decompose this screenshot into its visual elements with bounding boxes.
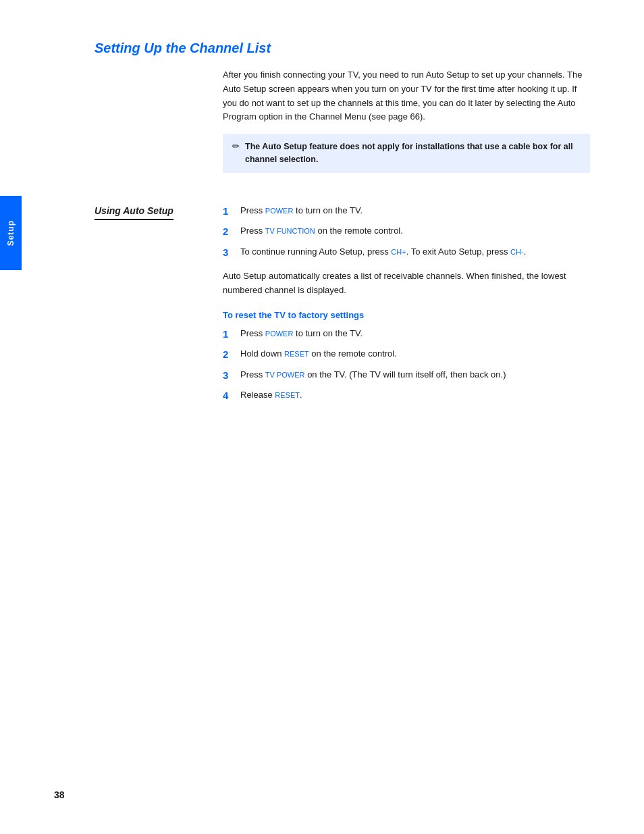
reset-step-1-number: 1	[223, 327, 234, 342]
auto-setup-steps: 1 Press POWER to turn on the TV. 2 Press…	[223, 204, 590, 261]
content-area: After you finish connecting your TV, you…	[95, 68, 590, 413]
keyword-tv-power: TV POWER	[265, 371, 305, 379]
reset-steps: 1 Press POWER to turn on the TV. 2 Hold …	[223, 327, 590, 404]
reset-step-3-number: 3	[223, 368, 234, 384]
left-column: Using Auto Setup	[95, 204, 223, 413]
reset-step-3: 3 Press TV POWER on the TV. (The TV will…	[223, 368, 590, 384]
step-3: 3 To continue running Auto Setup, press …	[223, 245, 590, 261]
using-auto-setup-section: Using Auto Setup 1 Press POWER to turn o…	[95, 204, 590, 413]
step-2-text: Press TV FUNCTION on the remote control.	[240, 224, 403, 238]
keyword-ch-minus: CH-	[510, 248, 524, 256]
keyword-ch-plus: CH+	[391, 248, 406, 256]
page-title: Setting Up the Channel List	[95, 41, 590, 56]
reset-step-2-number: 2	[223, 347, 234, 363]
step-3-number: 3	[223, 245, 234, 261]
keyword-reset-2: RESET	[275, 391, 300, 399]
reset-step-4: 4 Release RESET.	[223, 388, 590, 404]
reset-section: To reset the TV to factory settings 1 Pr…	[223, 310, 590, 404]
keyword-reset-1: RESET	[284, 350, 309, 358]
sidebar-tab: Setup	[0, 196, 22, 270]
reset-step-2: 2 Hold down RESET on the remote control.	[223, 347, 590, 363]
reset-step-3-text: Press TV POWER on the TV. (The TV will t…	[240, 368, 506, 382]
note-icon: ✏	[232, 141, 240, 151]
using-auto-setup-subtitle: Using Auto Setup	[95, 205, 173, 220]
reset-title: To reset the TV to factory settings	[223, 310, 590, 320]
keyword-power-1: POWER	[265, 207, 294, 215]
auto-setup-description: Auto Setup automatically creates a list …	[223, 269, 590, 298]
page-container: Setup 38 Setting Up the Channel List Aft…	[0, 0, 644, 834]
intro-section: After you finish connecting your TV, you…	[223, 68, 590, 173]
reset-step-1: 1 Press POWER to turn on the TV.	[223, 327, 590, 342]
step-2: 2 Press TV FUNCTION on the remote contro…	[223, 224, 590, 240]
keyword-tv-function: TV FUNCTION	[265, 227, 315, 235]
intro-paragraph: After you finish connecting your TV, you…	[223, 68, 590, 124]
step-1-text: Press POWER to turn on the TV.	[240, 204, 363, 218]
note-box: ✏ The Auto Setup feature does not apply …	[223, 134, 590, 173]
step-1: 1 Press POWER to turn on the TV.	[223, 204, 590, 219]
note-text: The Auto Setup feature does not apply fo…	[245, 140, 581, 166]
page-number: 38	[54, 789, 65, 800]
keyword-power-2: POWER	[265, 330, 294, 338]
step-1-number: 1	[223, 204, 234, 219]
right-column: 1 Press POWER to turn on the TV. 2 Press…	[223, 204, 590, 413]
step-2-number: 2	[223, 224, 234, 240]
step-3-text: To continue running Auto Setup, press CH…	[240, 245, 526, 259]
reset-step-4-number: 4	[223, 388, 234, 404]
reset-step-2-text: Hold down RESET on the remote control.	[240, 347, 397, 361]
reset-step-1-text: Press POWER to turn on the TV.	[240, 327, 363, 341]
sidebar-tab-label: Setup	[6, 220, 16, 246]
reset-step-4-text: Release RESET.	[240, 388, 302, 402]
